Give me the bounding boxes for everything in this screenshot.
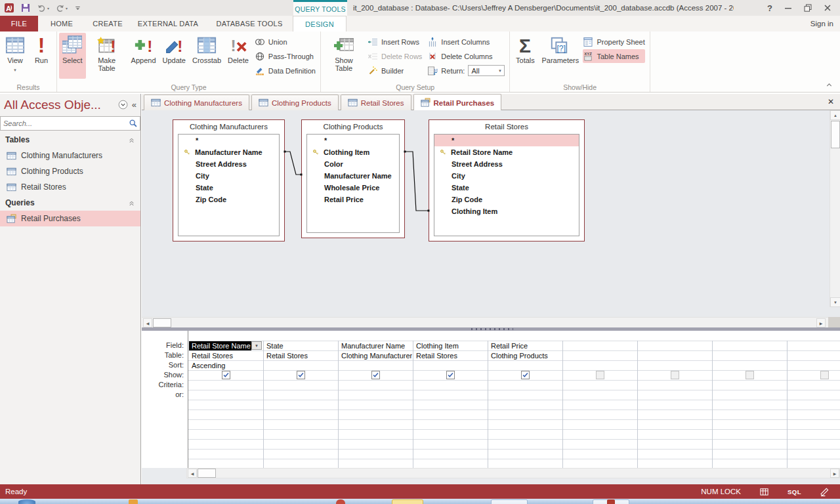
field-row[interactable]: Manufacturer Name — [178, 146, 279, 158]
field-row[interactable]: * — [307, 135, 399, 146]
grid-table-cell[interactable]: Clothing Products — [488, 351, 562, 360]
field-row[interactable]: City — [178, 170, 279, 182]
totals-button[interactable]: ΣTotals — [512, 33, 538, 79]
data-definition-button[interactable]: Data Definition — [255, 64, 316, 77]
insert-columns-button[interactable]: Insert Columns — [427, 35, 505, 49]
field-row[interactable]: Street Address — [178, 158, 279, 170]
field-row[interactable]: * — [178, 135, 279, 146]
crosstab-button[interactable]: Crosstab — [189, 33, 224, 79]
field-row[interactable]: Color — [307, 158, 399, 170]
field-row[interactable]: Manufacturer Name — [307, 170, 399, 182]
ribbon-tab-create[interactable]: CREATE — [85, 16, 130, 32]
union-button[interactable]: Union — [255, 35, 316, 49]
doc-tab-retail-stores[interactable]: Retail Stores — [341, 94, 411, 111]
scroll-up-arrow[interactable]: ▲ — [830, 110, 840, 120]
ribbon-tab-external-data[interactable]: EXTERNAL DATA — [130, 16, 206, 32]
taskbar-button[interactable] — [491, 499, 528, 504]
grid-field-cell[interactable]: Clothing Item — [413, 341, 487, 350]
delete-button[interactable]: !Delete — [224, 33, 252, 79]
scroll-down-arrow[interactable]: ▼ — [830, 297, 840, 307]
field-row[interactable]: Clothing Item — [434, 205, 579, 217]
field-dropdown-icon[interactable]: ▼ — [251, 341, 262, 350]
taskbar-icon[interactable] — [129, 499, 138, 504]
field-row[interactable]: Retail Price — [307, 194, 399, 205]
taskbar-button-active[interactable] — [392, 499, 423, 504]
minimize-button[interactable] — [778, 1, 798, 15]
pass-through-button[interactable]: Pass-Through — [255, 49, 316, 63]
field-row[interactable]: State — [178, 182, 279, 194]
builder-button[interactable]: Builder — [368, 64, 422, 77]
grid-show-checkbox[interactable] — [222, 371, 230, 379]
ribbon-tab-database-tools[interactable]: DATABASE TOOLS — [206, 16, 293, 32]
table-names-button[interactable]: XYZTable Names — [583, 49, 644, 63]
design-view-icon[interactable] — [820, 487, 830, 497]
insert-rows-button[interactable]: Insert Rows — [368, 35, 422, 49]
sidebar-item-retail-purchases[interactable]: Retail Purchases — [0, 211, 140, 226]
combobox-dropdown-icon[interactable]: ▼ — [495, 66, 504, 75]
append-button[interactable]: !Append — [128, 33, 159, 79]
collapse-ribbon-icon[interactable] — [825, 81, 833, 89]
make-table-button[interactable]: !Make Table — [86, 33, 128, 79]
design-horizontal-scrollbar[interactable]: ◀▶ — [142, 317, 828, 327]
field-row[interactable]: Retail Store Name — [434, 146, 579, 158]
field-row[interactable]: Street Address — [434, 158, 579, 170]
shutter-close-icon[interactable]: « — [132, 100, 136, 110]
grid-sort-cell[interactable]: Ascending — [189, 361, 262, 370]
return--button[interactable]: 10Return:All▼ — [427, 64, 505, 77]
nav-menu-dropdown-icon[interactable] — [118, 100, 128, 110]
ribbon-tab-file[interactable]: FILE — [0, 16, 38, 32]
datasheet-view-icon[interactable] — [759, 487, 769, 497]
field-row[interactable]: Zip Code — [178, 194, 279, 205]
field-row[interactable]: State — [434, 182, 579, 194]
restore-button[interactable] — [798, 1, 818, 15]
taskbar-icon[interactable] — [336, 499, 345, 504]
grid-horizontal-scrollbar[interactable]: ◀▶ — [186, 468, 840, 478]
scroll-thumb[interactable] — [153, 318, 171, 327]
run-button[interactable]: !Run — [28, 33, 54, 79]
sidebar-item-retail-stores[interactable]: Retail Stores — [0, 179, 140, 195]
contextual-tab-group[interactable]: QUERY TOOLS — [293, 0, 347, 16]
return-combobox[interactable]: All▼ — [468, 65, 505, 76]
field-list-clothing-products[interactable]: Clothing Products*Clothing ItemColorManu… — [301, 119, 405, 238]
doc-tab-clothing-manufacturers[interactable]: Clothing Manufacturers — [144, 94, 249, 111]
grid-show-checkbox[interactable] — [596, 371, 604, 379]
property-sheet-button[interactable]: Property Sheet — [583, 35, 644, 49]
design-vertical-scrollbar[interactable]: ▲▼ — [830, 110, 840, 307]
undo-button[interactable]: ▾ — [37, 3, 49, 13]
grid-show-checkbox[interactable] — [521, 371, 530, 379]
grid-show-checkbox[interactable] — [671, 371, 679, 379]
customize-button[interactable] — [74, 4, 82, 12]
chevron-up-icon[interactable] — [128, 136, 135, 144]
grid-table-cell[interactable]: Clothing Manufacturers — [339, 351, 412, 360]
sidebar-item-clothing-manufacturers[interactable]: Clothing Manufacturers — [0, 148, 140, 163]
scroll-thumb[interactable] — [831, 121, 840, 148]
field-row[interactable]: * — [434, 135, 579, 146]
grid-field-cell[interactable]: State — [264, 341, 337, 350]
grid-table-cell[interactable]: Retail Stores — [264, 351, 337, 360]
field-list-retail-stores[interactable]: Retail Stores*Retail Store NameStreet Ad… — [429, 119, 585, 242]
grid-show-checkbox[interactable] — [746, 371, 754, 379]
grid-field-cell[interactable]: Retail Store Name — [189, 341, 251, 350]
doc-tab-retail-purchases[interactable]: Retail Purchases — [413, 94, 502, 111]
grid-field-cell[interactable]: Manufacturer Name — [339, 341, 412, 350]
search-input[interactable] — [1, 119, 129, 127]
ribbon-tab-design[interactable]: DESIGN — [293, 16, 346, 32]
field-row[interactable]: City — [434, 170, 579, 182]
grid-field-cell[interactable]: Retail Price — [488, 341, 562, 350]
grid-show-checkbox[interactable] — [820, 371, 829, 379]
grid-show-checkbox[interactable] — [446, 371, 455, 379]
delete-columns-button[interactable]: Delete Columns — [427, 49, 505, 63]
start-button-partial[interactable] — [18, 499, 35, 504]
chevron-up-icon[interactable] — [128, 200, 135, 207]
nav-section-header-queries[interactable]: Queries — [0, 195, 140, 211]
scroll-right-arrow[interactable]: ▶ — [816, 318, 826, 327]
query-design-surface[interactable]: Clothing Manufacturers*Manufacturer Name… — [142, 110, 840, 317]
doc-tab-clothing-products[interactable]: Clothing Products — [251, 94, 339, 111]
nav-section-header-tables[interactable]: Tables — [0, 132, 140, 148]
scroll-thumb[interactable] — [198, 469, 216, 478]
sign-in-link[interactable]: Sign in — [810, 16, 833, 32]
redo-button[interactable]: ▾ — [55, 3, 68, 13]
parameters-button[interactable]: [?]Parameters — [538, 33, 580, 79]
scroll-left-arrow[interactable]: ◀ — [143, 318, 152, 327]
field-row[interactable]: Clothing Item — [307, 146, 399, 158]
